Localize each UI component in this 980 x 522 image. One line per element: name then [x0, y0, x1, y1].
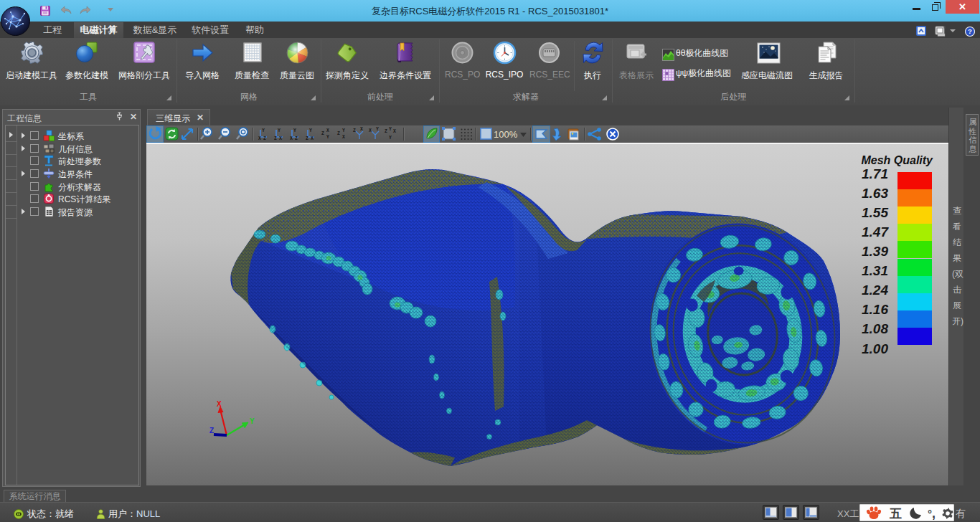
svg-text:Y: Y — [309, 128, 312, 133]
svg-text:X: X — [217, 400, 222, 408]
svg-text:Z: Z — [263, 136, 266, 141]
svg-text:Y: Y — [293, 128, 296, 133]
svg-text:Y: Y — [278, 128, 281, 133]
svg-text:Y: Y — [326, 135, 329, 140]
svg-text:Y: Y — [250, 417, 255, 425]
svg-text:?: ? — [968, 27, 972, 35]
svg-text:X: X — [290, 136, 293, 141]
svg-text:Y: Y — [389, 136, 392, 141]
svg-text:X: X — [311, 136, 314, 141]
svg-text:Z: Z — [295, 136, 298, 141]
svg-text:Z: Z — [306, 136, 308, 141]
svg-text:Y: Y — [342, 128, 345, 133]
svg-text:X: X — [342, 135, 345, 140]
svg-text:Y: Y — [376, 127, 379, 132]
svg-text:X: X — [258, 136, 261, 141]
svg-text:Z: Z — [353, 128, 356, 133]
svg-text:Y: Y — [262, 128, 265, 133]
svg-text:Z: Z — [209, 427, 214, 435]
svg-text:X: X — [279, 136, 282, 141]
svg-text:X: X — [393, 129, 396, 134]
svg-text:X: X — [326, 128, 329, 133]
svg-text:X: X — [360, 127, 363, 132]
svg-text:X: X — [369, 128, 372, 133]
svg-text:Z: Z — [337, 131, 340, 136]
svg-text:Z: Z — [321, 131, 324, 136]
svg-text:100%: 100% — [494, 129, 518, 140]
svg-text:Y: Y — [389, 127, 392, 132]
svg-text:Z: Z — [385, 129, 387, 134]
svg-text:Z: Z — [274, 136, 277, 141]
